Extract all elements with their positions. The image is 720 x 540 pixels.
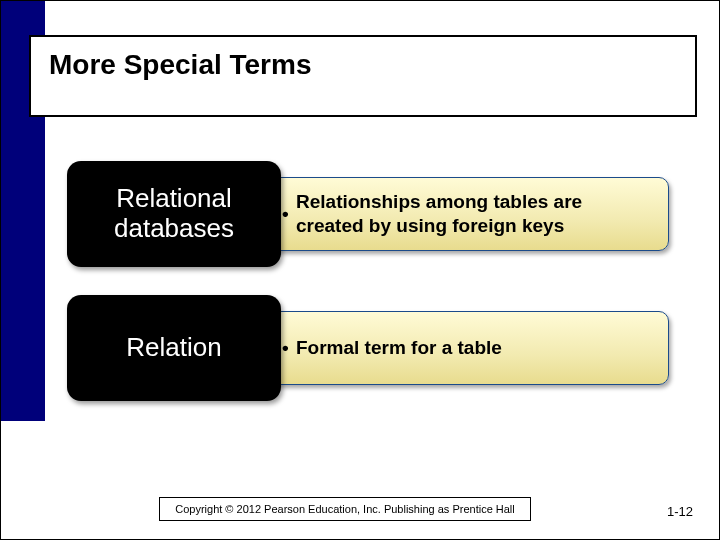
title-box: More Special Terms bbox=[29, 35, 697, 117]
slide-title: More Special Terms bbox=[49, 49, 677, 81]
page-number: 1-12 bbox=[667, 504, 693, 519]
definition-text: Relationships among tables are created b… bbox=[296, 190, 654, 238]
term-box: Relational databases bbox=[67, 161, 281, 267]
copyright-text: Copyright © 2012 Pearson Education, Inc.… bbox=[175, 503, 515, 515]
slide-container: More Special Terms • Relationships among… bbox=[0, 0, 720, 540]
definition-text: Formal term for a table bbox=[296, 336, 502, 360]
term-box: Relation bbox=[67, 295, 281, 401]
bullet-icon: • bbox=[282, 203, 289, 225]
definition-box: • Formal term for a table bbox=[237, 311, 669, 385]
bullet-icon: • bbox=[282, 337, 289, 359]
copyright-box: Copyright © 2012 Pearson Education, Inc.… bbox=[159, 497, 531, 521]
term-label: Relational databases bbox=[73, 184, 275, 244]
definition-box: • Relationships among tables are created… bbox=[237, 177, 669, 251]
term-label: Relation bbox=[126, 333, 221, 363]
term-row: • Formal term for a table Relation bbox=[67, 295, 671, 401]
term-row: • Relationships among tables are created… bbox=[67, 161, 671, 267]
